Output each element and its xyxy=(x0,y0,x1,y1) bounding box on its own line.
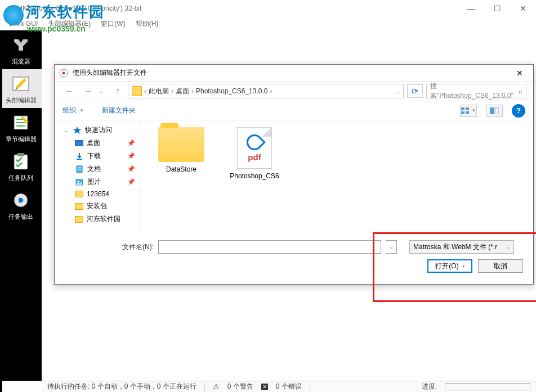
status-errors: 0 个错误 xyxy=(276,382,302,391)
status-warnings: 0 个警告 xyxy=(227,382,253,391)
window-title: MKVToolNix GUI v18.0.0 ('Apricity') 32-b… xyxy=(17,4,141,12)
sidebar-item-chapter-editor[interactable]: 章节编辑器 xyxy=(0,108,42,147)
svg-point-10 xyxy=(62,71,65,74)
desktop-icon xyxy=(75,140,83,146)
task-queue-icon xyxy=(10,150,32,173)
status-tasks: 待执行的任务: 0 个自动，0 个手动，0 个正在运行 xyxy=(47,382,196,391)
file-item-folder[interactable]: DataStore xyxy=(151,127,211,173)
svg-rect-5 xyxy=(14,155,28,169)
help-button[interactable]: ? xyxy=(512,104,525,118)
content-area: 使用头部编辑器打开文件 ✕ ← → ⌵ ↑ › 此电脑 › 桌面 › Photo… xyxy=(42,30,536,381)
new-folder-button[interactable]: 新建文件夹 xyxy=(102,106,136,115)
dialog-title: 使用头部编辑器打开文件 xyxy=(73,68,511,78)
breadcrumb-item[interactable]: 桌面 xyxy=(176,87,189,96)
svg-rect-16 xyxy=(495,107,499,114)
dialog-titlebar: 使用头部编辑器打开文件 ✕ xyxy=(55,65,533,82)
dialog-footer: 文件名(N): ⌵ Matroska 和 WebM 文件 (*.r ⌵ 打开(O… xyxy=(55,235,533,278)
tree-item-pictures[interactable]: 图片 📌 xyxy=(55,175,140,188)
tree-panel: ⌄ 快速访问 桌面 📌 下载 📌 xyxy=(55,120,140,235)
chapter-editor-icon xyxy=(10,111,32,134)
menu-gui[interactable]: olNix GUI xyxy=(5,19,42,29)
filename-label: 文件名(N): xyxy=(122,242,154,252)
close-button[interactable]: ✕ xyxy=(510,0,536,17)
error-icon: ✕ xyxy=(261,384,268,390)
titlebar: MKVToolNix GUI v18.0.0 ('Apricity') 32-b… xyxy=(0,0,536,17)
menu-window[interactable]: 窗口(W) xyxy=(96,18,129,30)
sidebar-item-task-queue[interactable]: 任务队列 xyxy=(0,147,42,186)
nav-forward-button[interactable]: → xyxy=(81,83,96,99)
dialog-icon xyxy=(59,69,68,78)
pdf-icon: pdf xyxy=(237,127,272,169)
view-mode-button[interactable]: ▼ xyxy=(460,105,477,117)
svg-rect-12 xyxy=(466,107,469,110)
folder-icon xyxy=(132,86,142,96)
nav-back-button[interactable]: ← xyxy=(61,83,77,99)
nav-history-dropdown[interactable]: ⌵ xyxy=(100,88,108,94)
dialog-nav: ← → ⌵ ↑ › 此电脑 › 桌面 › Photoshop_CS6_13.0.… xyxy=(55,82,533,101)
sidebar-item-header-editor[interactable]: 头部编辑器 xyxy=(0,69,42,108)
open-button[interactable]: 打开(O) ▾ xyxy=(427,259,472,273)
organize-button[interactable]: 组织▼ xyxy=(62,106,84,115)
file-label: Photoshop_CS6 xyxy=(230,172,279,180)
sidebar-item-task-output[interactable]: 任务输出 xyxy=(0,186,42,224)
breadcrumb[interactable]: › 此电脑 › 桌面 › Photoshop_CS6_13.0.0 › ⌵ xyxy=(128,84,404,98)
svg-rect-14 xyxy=(466,111,469,114)
pin-icon: 📌 xyxy=(127,152,135,160)
download-icon xyxy=(75,152,84,161)
sidebar-item-label: 任务队列 xyxy=(8,174,33,182)
pin-icon: 📌 xyxy=(127,165,135,173)
tree-item-folder[interactable]: 河东软件园 xyxy=(55,213,140,226)
svg-rect-13 xyxy=(461,111,464,114)
sidebar-item-label: 任务输出 xyxy=(8,213,33,221)
refresh-button[interactable]: ⟳ xyxy=(407,84,423,98)
menu-help[interactable]: 帮助(H) xyxy=(131,18,163,30)
sidebar-item-mixer[interactable]: 混流器 xyxy=(0,30,42,69)
maximize-button[interactable]: ☐ xyxy=(484,0,510,17)
filename-input[interactable] xyxy=(158,240,381,254)
tree-item-quick-access[interactable]: ⌄ 快速访问 xyxy=(55,124,140,137)
sidebar-item-label: 章节编辑器 xyxy=(6,135,37,143)
tree-item-folder[interactable]: 安装包 xyxy=(55,200,140,213)
chevron-down-icon: ⌵ xyxy=(507,244,510,250)
pin-icon: 📌 xyxy=(127,139,135,147)
svg-rect-11 xyxy=(461,107,464,110)
document-icon xyxy=(75,165,84,174)
tree-item-desktop[interactable]: 桌面 📌 xyxy=(55,137,140,150)
file-item-pdf[interactable]: pdf Photoshop_CS6 xyxy=(225,127,284,180)
sidebar-item-label: 头部编辑器 xyxy=(6,96,37,105)
sidebar-item-label: 混流器 xyxy=(12,57,30,66)
menubar: olNix GUI 头部编辑器(E) 窗口(W) 帮助(H) xyxy=(0,17,536,30)
tree-item-documents[interactable]: 文档 📌 xyxy=(55,163,140,175)
task-output-icon xyxy=(10,189,32,211)
pin-icon: 📌 xyxy=(127,178,135,186)
breadcrumb-item[interactable]: Photoshop_CS6_13.0.0 xyxy=(196,87,267,95)
dialog-toolbar: 组织▼ 新建文件夹 ▼ ? xyxy=(55,101,533,120)
tree-item-downloads[interactable]: 下载 📌 xyxy=(55,150,140,163)
file-label: DataStore xyxy=(166,165,196,173)
filename-dropdown[interactable]: ⌵ xyxy=(386,240,397,254)
filetype-select[interactable]: Matroska 和 WebM 文件 (*.r ⌵ xyxy=(409,240,514,254)
folder-icon xyxy=(158,127,204,162)
picture-icon xyxy=(75,178,84,187)
progress-label: 进度: xyxy=(422,382,437,391)
tree-item-folder[interactable]: 123654 xyxy=(55,188,140,200)
folder-icon xyxy=(75,191,83,197)
dialog-close-button[interactable]: ✕ xyxy=(511,65,529,81)
app-icon xyxy=(5,4,14,13)
minimize-button[interactable]: — xyxy=(458,0,484,17)
svg-rect-15 xyxy=(490,107,494,114)
file-panel[interactable]: DataStore pdf Photoshop_CS6 xyxy=(140,120,533,235)
nav-up-button[interactable]: ↑ xyxy=(111,84,124,98)
statusbar: 待执行的任务: 0 个自动，0 个手动，0 个正在运行 ⚠ 0 个警告 ✕ 0 … xyxy=(42,381,536,392)
folder-icon xyxy=(75,216,83,223)
breadcrumb-item[interactable]: 此电脑 xyxy=(149,87,169,96)
search-input[interactable]: 搜索"Photoshop_CS6_13.0.0" ⌕ xyxy=(426,84,526,98)
warning-icon: ⚠ xyxy=(213,382,220,391)
mixer-icon xyxy=(10,34,32,56)
preview-pane-button[interactable] xyxy=(486,105,503,117)
header-editor-icon xyxy=(10,73,32,95)
menu-header-editor[interactable]: 头部编辑器(E) xyxy=(43,18,95,30)
breadcrumb-dropdown-icon[interactable]: ⌵ xyxy=(396,88,400,94)
open-file-dialog: 使用头部编辑器打开文件 ✕ ← → ⌵ ↑ › 此电脑 › 桌面 › Photo… xyxy=(54,64,534,285)
cancel-button[interactable]: 取消 xyxy=(478,259,523,273)
